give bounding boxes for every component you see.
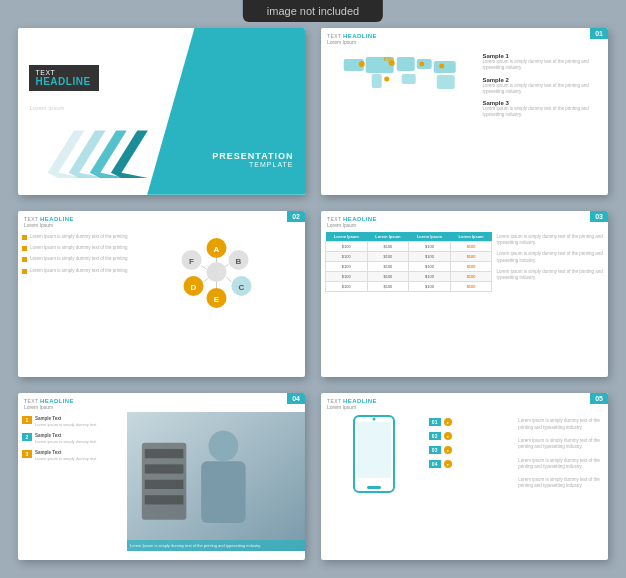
slide4-rt-2: Lorem ipsum is simply dummy text of the … bbox=[496, 251, 604, 264]
slide2-map: 83% bbox=[325, 49, 478, 119]
list-item-2: Lorem ipsum is simply dummy text of the … bbox=[22, 245, 128, 251]
list-dot-2 bbox=[22, 246, 27, 251]
list-text-1: Lorem ipsum is simply dummy text of the … bbox=[30, 234, 128, 240]
slide6-right-list: Lorem ipsum is simply dummy text of the … bbox=[518, 414, 604, 494]
svg-rect-42 bbox=[145, 465, 184, 474]
svg-rect-43 bbox=[145, 480, 184, 489]
list-item-3: Lorem ipsum is simply dummy text of the … bbox=[22, 256, 128, 262]
slide6-rt2: Lorem ipsum is simply dummy text of the … bbox=[518, 438, 604, 451]
slide1-presentation: PRESENTATION bbox=[212, 151, 293, 161]
slide6-header: 05 TEXT HEADLINE Lorem Ipsum bbox=[321, 393, 608, 412]
slide6-badge: 05 bbox=[590, 393, 608, 404]
slide-5: 04 TEXT HEADLINE Lorem Ipsum 1 Sample Te… bbox=[18, 393, 305, 560]
slide5-num2: 2 bbox=[22, 433, 32, 441]
list-text-3: Lorem ipsum is simply dummy text of the … bbox=[30, 256, 128, 262]
slide5-lorem: Lorem Ipsum bbox=[24, 404, 299, 410]
slide6-rt3: Lorem ipsum is simply dummy text of the … bbox=[518, 458, 604, 471]
list-dot-1 bbox=[22, 235, 27, 240]
list-text-4: Lorem ipsum is simply dummy text of the … bbox=[30, 268, 128, 274]
slide1-template: TEMPLATE bbox=[212, 161, 293, 168]
svg-point-15 bbox=[419, 62, 424, 67]
slide3-list: Lorem ipsum is simply dummy text of the … bbox=[22, 232, 128, 312]
slide1-headline: HEADLINE bbox=[35, 76, 90, 87]
table-row: $100$100$100$100 bbox=[326, 271, 492, 281]
slide5-sample1-text: Lorem ipsum is simply dummy text bbox=[35, 422, 96, 427]
slide2-content: 83% Sample 1 Lorem ipsum is simply dummy… bbox=[321, 47, 608, 121]
slide3-header: 02 TEXT HEADLINE Lorem Ipsum bbox=[18, 211, 305, 230]
slide2-sample3: Sample 3 Lorem ipsum is simply dummy tex… bbox=[482, 100, 604, 118]
list-dot-4 bbox=[22, 269, 27, 274]
slide5-sample2: 2 Sample Text Lorem ipsum is simply dumm… bbox=[22, 433, 143, 444]
table-header-3: Lorem Ipsum bbox=[409, 232, 451, 242]
slide5-photo-bg: Lorem Ipsum is simply dummy text of the … bbox=[127, 412, 305, 551]
slide4-content: Lorem Ipsum Lorem Ipsum Lorem Ipsum Lore… bbox=[321, 230, 608, 294]
svg-text:F: F bbox=[189, 257, 194, 266]
slide1-presentation-text: PRESENTATION TEMPLATE bbox=[212, 151, 293, 168]
svg-point-16 bbox=[439, 64, 444, 69]
slide3-circles: A B C E D F bbox=[132, 232, 301, 312]
slide4-header: 03 TEXT HEADLINE Lorem Ipsum bbox=[321, 211, 608, 230]
slide6-rt4: Lorem ipsum is simply dummy text of the … bbox=[518, 477, 604, 490]
slide6-stepnum1: 01 bbox=[429, 418, 441, 426]
table-row: $100$100$100$100 bbox=[326, 261, 492, 271]
slide6-step4: 04 ● bbox=[429, 460, 513, 468]
slide1-text-label: TEXT bbox=[35, 69, 90, 76]
svg-text:A: A bbox=[214, 245, 220, 254]
svg-line-32 bbox=[225, 264, 229, 267]
slide1-lorem: Lorem Ipsum bbox=[29, 105, 64, 111]
slide1-headline-box: TEXT HEADLINE bbox=[29, 65, 98, 91]
slide5-sample2-text: Lorem ipsum is simply dummy text bbox=[35, 439, 96, 444]
table-row: $100$100$100$100 bbox=[326, 251, 492, 261]
svg-point-38 bbox=[209, 431, 239, 462]
slide5-num1: 1 bbox=[22, 416, 32, 424]
slide-3: 02 TEXT HEADLINE Lorem Ipsum Lorem ipsum… bbox=[18, 211, 305, 378]
table-row: $100$100$100$100 bbox=[326, 281, 492, 291]
slide-1: TEXT HEADLINE Lorem Ipsum PRESENTATION T… bbox=[18, 28, 305, 195]
slide4-badge: 03 bbox=[590, 211, 608, 222]
slide5-bottom-text: Lorem Ipsum is simply dummy text of the … bbox=[127, 540, 305, 551]
list-dot-3 bbox=[22, 257, 27, 262]
svg-text:B: B bbox=[236, 257, 242, 266]
slide4-rt-3: Lorem ipsum is simply dummy text of the … bbox=[496, 269, 604, 282]
slide6-steps: 01 ● 02 ● 03 ● 04 ● bbox=[429, 414, 513, 494]
svg-rect-41 bbox=[145, 449, 184, 458]
svg-point-14 bbox=[384, 77, 389, 82]
svg-text:C: C bbox=[239, 283, 245, 292]
list-item-4: Lorem ipsum is simply dummy text of the … bbox=[22, 268, 128, 274]
svg-point-48 bbox=[372, 418, 375, 421]
slide6-stepicon3: ● bbox=[444, 446, 452, 454]
svg-rect-39 bbox=[201, 462, 245, 524]
slide2-sample1: Sample 1 Lorem ipsum is simply dummy tex… bbox=[482, 53, 604, 71]
slide5-left: 1 Sample Text Lorem ipsum is simply dumm… bbox=[18, 412, 147, 551]
slide4-lorem: Lorem Ipsum bbox=[327, 222, 602, 228]
slide2-samples: Sample 1 Lorem ipsum is simply dummy tex… bbox=[482, 49, 604, 119]
svg-rect-10 bbox=[437, 75, 455, 89]
slide6-step1: 01 ● bbox=[429, 418, 513, 426]
svg-text:83%: 83% bbox=[384, 56, 395, 62]
slide4-table-area: Lorem Ipsum Lorem Ipsum Lorem Ipsum Lore… bbox=[325, 232, 492, 292]
table-header-1: Lorem Ipsum bbox=[326, 232, 368, 242]
table-header-2: Lorem Ipsum bbox=[367, 232, 409, 242]
slide1-arrows bbox=[32, 120, 190, 183]
slide5-badge: 04 bbox=[287, 393, 305, 404]
svg-point-12 bbox=[359, 61, 365, 67]
slide5-header: 04 TEXT HEADLINE Lorem Ipsum bbox=[18, 393, 305, 412]
slide4-rt-1: Lorem ipsum is simply dummy text of the … bbox=[496, 234, 604, 247]
slide4-right-text: Lorem ipsum is simply dummy text of the … bbox=[496, 232, 604, 292]
svg-rect-46 bbox=[357, 422, 391, 478]
list-item-1: Lorem ipsum is simply dummy text of the … bbox=[22, 234, 128, 240]
slide6-rt1: Lorem ipsum is simply dummy text of the … bbox=[518, 418, 604, 431]
slide3-badge: 02 bbox=[287, 211, 305, 222]
svg-text:E: E bbox=[214, 295, 220, 304]
slide5-content: 1 Sample Text Lorem ipsum is simply dumm… bbox=[18, 412, 305, 551]
slide6-stepnum3: 03 bbox=[429, 446, 441, 454]
slide6-lorem: Lorem Ipsum bbox=[327, 404, 602, 410]
slide6-step3: 03 ● bbox=[429, 446, 513, 454]
top-bar-label: image not included bbox=[267, 5, 359, 17]
svg-rect-9 bbox=[434, 61, 456, 73]
slide-6: 05 TEXT HEADLINE Lorem Ipsum 01 ● bbox=[321, 393, 608, 560]
slide5-photo: Lorem Ipsum is simply dummy text of the … bbox=[127, 412, 305, 551]
svg-rect-44 bbox=[145, 496, 184, 505]
slide5-sample3-text: Lorem ipsum is simply dummy text bbox=[35, 456, 96, 461]
svg-point-18 bbox=[207, 262, 227, 282]
